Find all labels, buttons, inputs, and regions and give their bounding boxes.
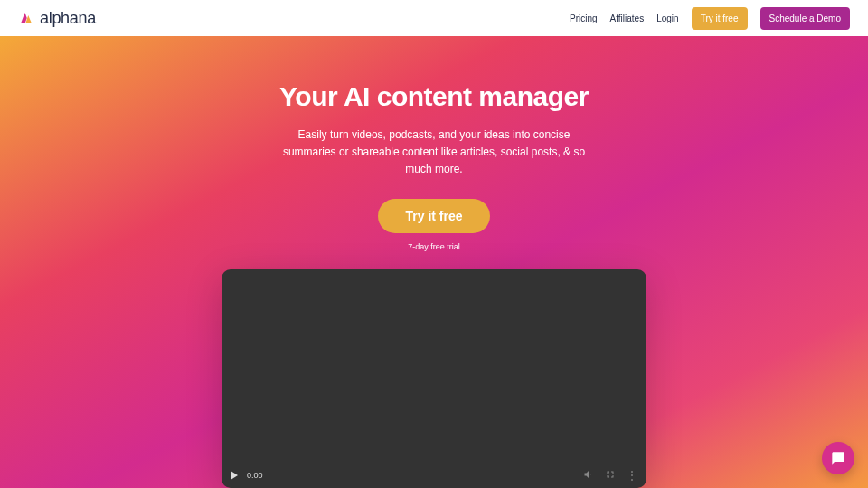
video-controls-left: 0:00: [231, 471, 263, 480]
video-player[interactable]: 0:00 ⋮: [222, 269, 646, 488]
logo-text: alphana: [40, 9, 96, 28]
nav-affiliates[interactable]: Affiliates: [610, 14, 645, 23]
video-controls: 0:00 ⋮: [222, 463, 646, 488]
video-time: 0:00: [247, 471, 263, 480]
hero-subtitle: Easily turn videos, podcasts, and your i…: [280, 127, 588, 179]
volume-icon[interactable]: [583, 469, 594, 482]
play-icon[interactable]: [231, 471, 238, 480]
main-nav: Pricing Affiliates Login Try it free Sch…: [570, 7, 850, 30]
logo[interactable]: alphana: [18, 9, 96, 28]
hero-cta-button[interactable]: Try it free: [378, 199, 489, 233]
nav-pricing[interactable]: Pricing: [570, 14, 598, 23]
logo-icon: [18, 10, 34, 26]
nav-login[interactable]: Login: [656, 14, 678, 23]
video-controls-right: ⋮: [583, 469, 637, 482]
chat-widget[interactable]: [822, 442, 854, 474]
hero-title: Your AI content manager: [279, 81, 589, 112]
header: alphana Pricing Affiliates Login Try it …: [0, 0, 868, 36]
try-free-button[interactable]: Try it free: [692, 7, 748, 30]
hero-section: Your AI content manager Easily turn vide…: [0, 36, 868, 488]
fullscreen-icon[interactable]: [605, 469, 616, 482]
trial-text: 7-day free trial: [408, 242, 460, 251]
schedule-demo-button[interactable]: Schedule a Demo: [760, 7, 851, 30]
chat-icon: [831, 451, 845, 465]
more-options-icon[interactable]: ⋮: [627, 470, 637, 481]
